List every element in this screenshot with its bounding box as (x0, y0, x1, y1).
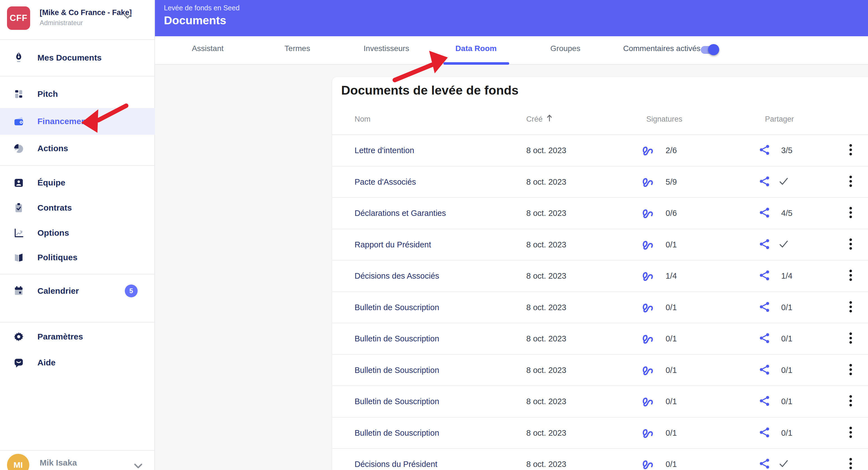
doc-name[interactable]: Lettre d'intention (354, 146, 414, 155)
signature-icon[interactable] (641, 394, 654, 409)
sidebar-item-label: Équipe (37, 178, 65, 188)
doc-name[interactable]: Bulletin de Souscription (354, 428, 439, 437)
doc-name[interactable]: Bulletin de Souscription (354, 397, 439, 406)
sidebar-item-label: Actions (37, 144, 68, 153)
kebab-menu-icon[interactable] (846, 142, 855, 159)
column-header-partager[interactable]: Partager (765, 115, 794, 124)
sidebar-item-parametres[interactable]: Paramètres (0, 323, 155, 350)
share-icon[interactable] (758, 458, 771, 470)
table-row[interactable]: Décisions des Associés 8 oct. 2023 1/4 1… (332, 261, 868, 292)
section-title: Documents de levée de fonds (341, 83, 519, 98)
signature-icon[interactable] (641, 457, 654, 470)
signature-icon[interactable] (641, 331, 654, 346)
divider (0, 165, 155, 166)
doc-name[interactable]: Décisions des Associés (354, 271, 439, 280)
table-row[interactable]: Rapport du Président 8 oct. 2023 0/1 (332, 229, 868, 261)
share-icon[interactable] (758, 206, 771, 220)
doc-name[interactable]: Pacte d'Associés (354, 177, 416, 186)
sort-ascending-icon[interactable] (545, 113, 554, 124)
tab-data-room[interactable]: Data Room (455, 44, 497, 53)
doc-name[interactable]: Bulletin de Souscription (354, 303, 439, 312)
sidebar-item-options[interactable]: Options (0, 220, 155, 246)
signatures-count: 0/6 (665, 209, 677, 218)
doc-name[interactable]: Décisions du Président (354, 460, 437, 469)
kebab-menu-icon[interactable] (846, 362, 855, 378)
tab-investisseurs[interactable]: Investisseurs (364, 44, 409, 53)
doc-created: 8 oct. 2023 (526, 397, 566, 406)
kebab-menu-icon[interactable] (846, 205, 855, 221)
sidebar-item-mes-documents[interactable]: Mes Documents (0, 44, 155, 71)
doc-name[interactable]: Déclarations et Garanties (354, 209, 446, 218)
table-row[interactable]: Bulletin de Souscription 8 oct. 2023 0/1… (332, 417, 868, 449)
sidebar-item-label: Calendrier (37, 286, 79, 296)
kebab-menu-icon[interactable] (846, 237, 855, 253)
tab-termes[interactable]: Termes (284, 44, 310, 53)
signatures-count: 5/9 (665, 177, 677, 186)
sidebar-item-aide[interactable]: Aide (0, 349, 155, 376)
share-icon[interactable] (758, 238, 771, 251)
share-icon[interactable] (758, 144, 771, 157)
share-icon[interactable] (758, 332, 771, 345)
kebab-menu-icon[interactable] (846, 331, 855, 347)
table-row[interactable]: Bulletin de Souscription 8 oct. 2023 0/1… (332, 323, 868, 355)
share-icon[interactable] (758, 175, 771, 189)
kebab-menu-icon[interactable] (846, 299, 855, 315)
share-icon[interactable] (758, 395, 771, 408)
signature-icon[interactable] (641, 300, 654, 315)
column-header-signatures[interactable]: Signatures (646, 115, 682, 124)
kebab-menu-icon[interactable] (846, 393, 855, 409)
chevron-down-icon[interactable] (123, 13, 132, 21)
signature-icon[interactable] (641, 237, 654, 252)
column-header-nom[interactable]: Nom (354, 115, 371, 124)
tab-groupes[interactable]: Groupes (550, 44, 580, 53)
kebab-menu-icon[interactable] (846, 456, 855, 470)
signatures-count: 2/6 (665, 146, 677, 155)
table-row[interactable]: Bulletin de Souscription 8 oct. 2023 0/1… (332, 355, 868, 386)
breadcrumb: Levée de fonds en Seed (164, 4, 240, 12)
sidebar-item-calendrier[interactable]: Calendrier 5 (0, 277, 155, 304)
comments-toggle[interactable] (701, 44, 720, 55)
gear-icon (13, 331, 25, 342)
table-row[interactable]: Décisions du Président 8 oct. 2023 0/1 (332, 449, 868, 470)
signature-icon[interactable] (641, 363, 654, 377)
signatures-count: 0/1 (665, 334, 677, 343)
kebab-menu-icon[interactable] (846, 268, 855, 284)
sidebar-item-contrats[interactable]: Contrats (0, 194, 155, 221)
signature-icon[interactable] (641, 143, 654, 158)
page-header: Levée de fonds en Seed Documents (155, 0, 868, 36)
sidebar-item-financement[interactable]: Financement (0, 108, 155, 135)
share-icon[interactable] (758, 426, 771, 440)
kebab-menu-icon[interactable] (846, 174, 855, 190)
signatures-count: 0/1 (665, 365, 677, 375)
sidebar-item-actions[interactable]: Actions (0, 135, 155, 162)
table-row[interactable]: Pacte d'Associés 8 oct. 2023 5/9 (332, 167, 868, 198)
column-header-cree[interactable]: Créé (526, 115, 543, 124)
signature-icon[interactable] (641, 206, 654, 221)
table-row[interactable]: Déclarations et Garanties 8 oct. 2023 0/… (332, 198, 868, 229)
sidebar-item-politiques[interactable]: Politiques (0, 244, 155, 271)
share-icon[interactable] (758, 269, 771, 282)
doc-name[interactable]: Bulletin de Souscription (354, 365, 439, 375)
sidebar-item-equipe[interactable]: Équipe (0, 169, 155, 196)
signature-icon[interactable] (641, 426, 654, 440)
table-row[interactable]: Lettre d'intention 8 oct. 2023 2/6 3/5 (332, 135, 868, 167)
doc-name[interactable]: Bulletin de Souscription (354, 334, 439, 343)
table-row[interactable]: Bulletin de Souscription 8 oct. 2023 0/1… (332, 292, 868, 324)
signatures-count: 0/1 (665, 460, 677, 469)
tab-assistant[interactable]: Assistant (192, 44, 224, 53)
share-icon[interactable] (758, 301, 771, 314)
table-row[interactable]: Bulletin de Souscription 8 oct. 2023 0/1… (332, 386, 868, 417)
page-title: Documents (164, 14, 226, 27)
chevron-down-icon[interactable] (133, 463, 143, 470)
signature-icon[interactable] (641, 269, 654, 283)
doc-name[interactable]: Rapport du Président (354, 240, 431, 249)
org-switcher[interactable]: CFF [Mike & Co France - Fake] Administra… (0, 0, 155, 40)
kebab-menu-icon[interactable] (846, 425, 855, 441)
sidebar-item-pitch[interactable]: Pitch (0, 80, 155, 107)
tab-bar: Assistant Termes Investisseurs Data Room… (155, 36, 868, 65)
signature-icon[interactable] (641, 175, 654, 189)
calendar-count-badge: 5 (125, 284, 137, 297)
signatures-count: 0/1 (665, 397, 677, 406)
user-menu[interactable]: MI Mik Isaka mik.isaka@mail.com (0, 451, 155, 470)
share-icon[interactable] (758, 364, 771, 377)
